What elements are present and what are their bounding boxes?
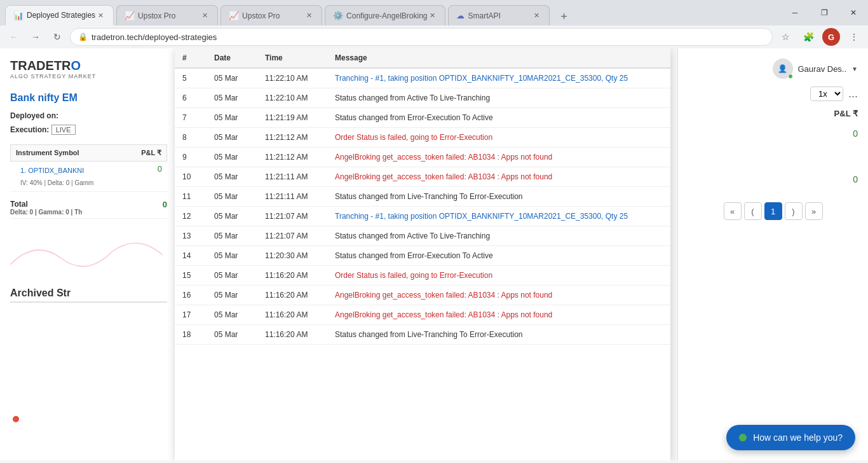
- log-cell-date: 05 Mar: [207, 88, 257, 108]
- strategy-title[interactable]: Bank nifty EM: [10, 92, 167, 104]
- back-button[interactable]: ←: [5, 28, 23, 46]
- log-cell-date: 05 Mar: [207, 207, 257, 226]
- profile-button[interactable]: G: [822, 28, 840, 46]
- log-cell-date: 05 Mar: [207, 187, 257, 207]
- current-page-button[interactable]: 1: [764, 202, 782, 220]
- log-overlay: # Date Time Message 505 Mar11:22:10 AMTr…: [175, 48, 670, 460]
- log-cell-num: 9: [175, 148, 207, 167]
- log-cell-num: 5: [175, 68, 207, 88]
- forward-button[interactable]: →: [27, 28, 44, 46]
- avatar: 👤: [773, 59, 793, 79]
- next-page-button[interactable]: ): [785, 202, 803, 220]
- tab-favicon-1: 📊: [13, 11, 24, 20]
- lock-icon: 🔒: [78, 32, 88, 41]
- log-row: 605 Mar11:22:10 AMStatus changed from Ac…: [175, 88, 670, 108]
- logo-sub: ALGO STRATEGY MARKET: [10, 73, 167, 79]
- tab-label-2: Upstox Pro: [138, 11, 200, 20]
- archived-title[interactable]: Archived Str: [10, 287, 167, 303]
- log-cell-num: 18: [175, 325, 207, 345]
- tab-configure-angel[interactable]: ⚙️ Configure-AngelBroking ✕: [325, 5, 445, 25]
- chat-online-dot: [739, 434, 747, 441]
- log-row: 705 Mar11:21:19 AMStatus changed from Er…: [175, 108, 670, 128]
- log-cell-message: AngelBroking get_access_token failed: AB…: [327, 305, 670, 325]
- log-cell-message: Status changed from Active To Live-Tranc…: [327, 226, 670, 246]
- settings-icon[interactable]: ⋮: [845, 28, 863, 46]
- tab-close-5[interactable]: ✕: [531, 11, 541, 21]
- log-cell-date: 05 Mar: [207, 325, 257, 345]
- dropdown-icon[interactable]: ▼: [851, 66, 858, 73]
- log-cell-num: 6: [175, 88, 207, 108]
- tab-favicon-5: ☁: [456, 11, 465, 20]
- log-cell-message: AngelBroking get_access_token failed: AB…: [327, 148, 670, 167]
- log-cell-time: 11:20:30 AM: [257, 246, 327, 266]
- avatar-initial: 👤: [778, 64, 787, 73]
- log-cell-date: 05 Mar: [207, 108, 257, 128]
- log-cell-message: Tranching - #1, taking position OPTIDX_B…: [327, 207, 670, 226]
- tab-close-3[interactable]: ✕: [304, 11, 314, 21]
- log-cell-date: 05 Mar: [207, 68, 257, 88]
- multiplier-select[interactable]: 1x: [810, 86, 843, 101]
- log-cell-message: Status changed from Live-Tranching To Er…: [327, 187, 670, 207]
- user-area: 👤 Gaurav Des.. ▼: [688, 59, 858, 79]
- tab-close-2[interactable]: ✕: [200, 11, 210, 21]
- star-icon[interactable]: ☆: [776, 28, 794, 46]
- log-row: 1805 Mar11:16:20 AMStatus changed from L…: [175, 325, 670, 345]
- reload-button[interactable]: ↻: [48, 28, 66, 46]
- log-cell-date: 05 Mar: [207, 226, 257, 246]
- user-name: Gaurav Des..: [798, 64, 847, 74]
- chat-widget[interactable]: How can we help you?: [726, 425, 855, 450]
- log-col-time: Time: [257, 48, 327, 68]
- prev-page-button[interactable]: (: [744, 202, 762, 220]
- instrument-name[interactable]: 1. OPTIDX_BANKNI: [15, 164, 124, 177]
- tab-upstox-2[interactable]: 📈 Upstox Pro ✕: [220, 5, 322, 25]
- extension-icon[interactable]: 🧩: [799, 28, 817, 46]
- tab-deployed-strategies[interactable]: 📊 Deployed Strategies ✕: [5, 5, 114, 25]
- log-cell-message: Tranching - #1, taking position OPTIDX_B…: [327, 68, 670, 88]
- iv-info: IV: 40% | Delta: 0 | Gamm: [15, 177, 124, 189]
- tab-upstox-1[interactable]: 📈 Upstox Pro ✕: [116, 5, 218, 25]
- log-cell-message: Status changed from Error-Execution To A…: [327, 108, 670, 128]
- log-cell-time: 11:22:10 AM: [257, 88, 327, 108]
- deployed-on-row: Deployed on:: [10, 111, 167, 120]
- tab-label-5: SmartAPI: [468, 11, 531, 20]
- log-cell-time: 11:21:19 AM: [257, 108, 327, 128]
- last-page-button[interactable]: »: [805, 202, 823, 220]
- log-cell-time: 11:16:20 AM: [257, 305, 327, 325]
- pagination: « ( 1 ) »: [688, 202, 858, 220]
- log-col-num: #: [175, 48, 207, 68]
- tab-label-1: Deployed Strategies: [27, 11, 95, 20]
- instrument-table: Instrument Symbol P&L ₹ 1. OPTIDX_BANKNI…: [10, 144, 167, 219]
- total-detail: Delta: 0 | Gamma: 0 | Th: [10, 209, 129, 216]
- log-cell-message: Status changed from Active To Live-Tranc…: [327, 88, 670, 108]
- address-bar[interactable]: 🔒 tradetron.tech/deployed-strategies: [70, 28, 773, 46]
- execution-row: Execution: LIVE: [10, 125, 167, 134]
- log-cell-date: 05 Mar: [207, 128, 257, 148]
- execution-value: LIVE: [51, 125, 76, 134]
- restore-button[interactable]: ❐: [810, 0, 839, 25]
- tab-smartapi[interactable]: ☁ SmartAPI ✕: [448, 5, 550, 25]
- log-cell-message: AngelBroking get_access_token failed: AB…: [327, 167, 670, 187]
- new-tab-button[interactable]: +: [555, 8, 573, 25]
- log-cell-time: 11:21:12 AM: [257, 148, 327, 167]
- chart-area: [10, 226, 167, 277]
- pnl-total: 0: [129, 200, 167, 216]
- more-options-button[interactable]: ...: [848, 87, 858, 100]
- tab-close-4[interactable]: ✕: [427, 11, 437, 21]
- minimize-button[interactable]: ─: [780, 0, 810, 25]
- log-cell-time: 11:21:07 AM: [257, 226, 327, 246]
- log-cell-date: 05 Mar: [207, 305, 257, 325]
- log-cell-time: 11:21:12 AM: [257, 128, 327, 148]
- logo-area: TRADETRO ALGO STRATEGY MARKET: [10, 59, 167, 79]
- log-cell-time: 11:16:20 AM: [257, 325, 327, 345]
- log-col-date: Date: [207, 48, 257, 68]
- log-cell-time: 11:21:11 AM: [257, 167, 327, 187]
- tab-label-3: Upstox Pro: [242, 11, 304, 20]
- log-cell-message: Order Status is failed, going to Error-E…: [327, 128, 670, 148]
- log-row: 1105 Mar11:21:11 AMStatus changed from L…: [175, 187, 670, 207]
- first-page-button[interactable]: «: [724, 202, 742, 220]
- logo-text: TRADETRO: [10, 59, 167, 73]
- close-button[interactable]: ✕: [839, 0, 868, 25]
- log-cell-num: 7: [175, 108, 207, 128]
- log-row: 1205 Mar11:21:07 AMTranching - #1, takin…: [175, 207, 670, 226]
- tab-close-1[interactable]: ✕: [95, 10, 105, 20]
